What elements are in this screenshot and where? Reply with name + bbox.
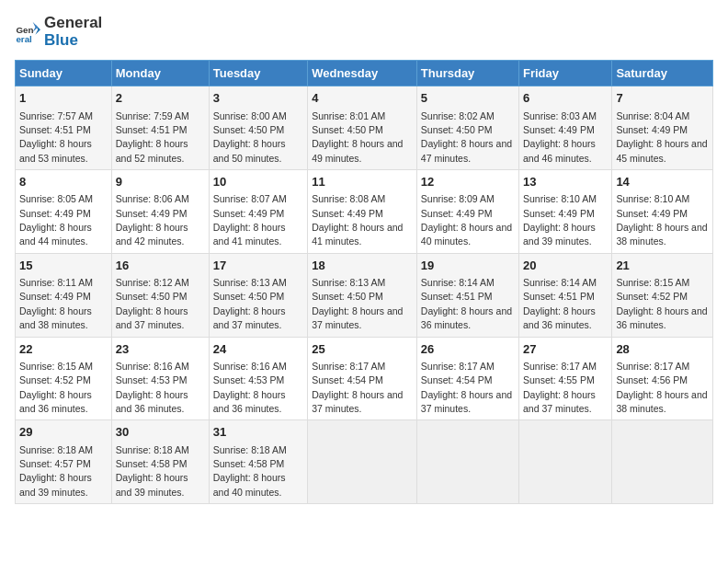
day-sunset: Sunset: 4:49 PM — [312, 208, 383, 219]
day-number: 19 — [421, 258, 515, 274]
day-sunset: Sunset: 4:49 PM — [616, 208, 688, 219]
day-sunrise: Sunrise: 8:15 AM — [19, 361, 93, 372]
calendar-cell: 4Sunrise: 8:01 AMSunset: 4:50 PMDaylight… — [308, 86, 417, 170]
calendar-cell: 17Sunrise: 8:13 AMSunset: 4:50 PMDayligh… — [209, 253, 307, 337]
day-sunset: Sunset: 4:58 PM — [213, 458, 285, 469]
day-daylight: Daylight: 8 hours and 46 minutes. — [523, 138, 596, 163]
day-daylight: Daylight: 8 hours and 42 minutes. — [116, 222, 188, 247]
day-number: 20 — [523, 258, 608, 274]
day-daylight: Daylight: 8 hours and 37 minutes. — [312, 389, 403, 414]
calendar-table: SundayMondayTuesdayWednesdayThursdayFrid… — [15, 60, 713, 504]
day-daylight: Daylight: 8 hours and 50 minutes. — [213, 138, 286, 163]
col-header-friday: Friday — [519, 61, 612, 86]
calendar-cell: 30Sunrise: 8:18 AMSunset: 4:58 PMDayligh… — [111, 420, 209, 504]
calendar-cell: 9Sunrise: 8:06 AMSunset: 4:49 PMDaylight… — [111, 170, 209, 254]
day-number: 10 — [213, 174, 303, 190]
day-daylight: Daylight: 8 hours and 45 minutes. — [616, 138, 707, 163]
day-daylight: Daylight: 8 hours and 39 minutes. — [19, 472, 92, 497]
day-number: 24 — [213, 341, 303, 358]
day-sunset: Sunset: 4:49 PM — [19, 291, 91, 302]
day-daylight: Daylight: 8 hours and 38 minutes. — [616, 222, 707, 247]
day-number: 16 — [116, 258, 205, 274]
svg-text:eral: eral — [16, 34, 32, 44]
day-sunset: Sunset: 4:50 PM — [213, 124, 285, 135]
day-number: 6 — [523, 90, 608, 107]
day-number: 9 — [116, 174, 205, 190]
calendar-cell: 31Sunrise: 8:18 AMSunset: 4:58 PMDayligh… — [209, 420, 307, 504]
day-daylight: Daylight: 8 hours and 36 minutes. — [616, 305, 707, 330]
day-sunset: Sunset: 4:49 PM — [19, 208, 91, 219]
day-sunset: Sunset: 4:50 PM — [312, 291, 383, 302]
calendar-cell: 7Sunrise: 8:04 AMSunset: 4:49 PMDaylight… — [612, 86, 713, 170]
col-header-wednesday: Wednesday — [308, 61, 417, 86]
calendar-week-3: 15Sunrise: 8:11 AMSunset: 4:49 PMDayligh… — [16, 253, 713, 337]
day-number: 12 — [421, 174, 515, 190]
day-sunset: Sunset: 4:52 PM — [616, 291, 688, 302]
calendar-cell: 18Sunrise: 8:13 AMSunset: 4:50 PMDayligh… — [308, 253, 417, 337]
calendar-cell: 13Sunrise: 8:10 AMSunset: 4:49 PMDayligh… — [519, 170, 612, 254]
day-sunset: Sunset: 4:54 PM — [312, 374, 383, 385]
day-sunrise: Sunrise: 8:01 AM — [312, 110, 385, 121]
calendar-cell: 22Sunrise: 8:15 AMSunset: 4:52 PMDayligh… — [16, 337, 112, 420]
day-sunrise: Sunrise: 8:18 AM — [213, 444, 287, 455]
day-sunrise: Sunrise: 8:11 AM — [19, 277, 93, 288]
day-daylight: Daylight: 8 hours and 37 minutes. — [116, 305, 188, 330]
calendar-cell: 5Sunrise: 8:02 AMSunset: 4:50 PMDaylight… — [416, 86, 518, 170]
day-daylight: Daylight: 8 hours and 36 minutes. — [421, 305, 512, 330]
day-sunrise: Sunrise: 8:17 AM — [523, 361, 597, 372]
day-daylight: Daylight: 8 hours and 36 minutes. — [116, 389, 188, 414]
calendar-cell — [416, 420, 518, 504]
day-sunset: Sunset: 4:56 PM — [616, 374, 688, 385]
calendar-cell: 3Sunrise: 8:00 AMSunset: 4:50 PMDaylight… — [209, 86, 307, 170]
day-daylight: Daylight: 8 hours and 47 minutes. — [421, 138, 512, 163]
col-header-sunday: Sunday — [16, 61, 112, 86]
day-sunrise: Sunrise: 8:18 AM — [116, 444, 189, 455]
day-sunrise: Sunrise: 8:12 AM — [116, 277, 189, 288]
day-daylight: Daylight: 8 hours and 37 minutes. — [312, 305, 403, 330]
day-sunrise: Sunrise: 8:17 AM — [616, 361, 689, 372]
calendar-cell: 28Sunrise: 8:17 AMSunset: 4:56 PMDayligh… — [612, 337, 713, 420]
day-number: 13 — [523, 174, 608, 190]
logo-general: General — [44, 14, 102, 31]
day-number: 18 — [312, 258, 413, 274]
day-sunset: Sunset: 4:49 PM — [523, 124, 595, 135]
day-sunrise: Sunrise: 8:05 AM — [19, 193, 93, 204]
day-sunset: Sunset: 4:49 PM — [616, 124, 688, 135]
day-sunrise: Sunrise: 8:09 AM — [421, 193, 495, 204]
day-daylight: Daylight: 8 hours and 37 minutes. — [421, 389, 512, 414]
calendar-cell: 20Sunrise: 8:14 AMSunset: 4:51 PMDayligh… — [519, 253, 612, 337]
calendar-cell: 1Sunrise: 7:57 AMSunset: 4:51 PMDaylight… — [16, 86, 112, 170]
calendar-header: SundayMondayTuesdayWednesdayThursdayFrid… — [16, 61, 713, 86]
day-sunrise: Sunrise: 8:16 AM — [213, 361, 287, 372]
col-header-tuesday: Tuesday — [209, 61, 307, 86]
day-sunrise: Sunrise: 8:14 AM — [421, 277, 495, 288]
day-sunset: Sunset: 4:53 PM — [213, 374, 285, 385]
day-daylight: Daylight: 8 hours and 40 minutes. — [421, 222, 512, 247]
day-sunrise: Sunrise: 8:13 AM — [312, 277, 385, 288]
day-daylight: Daylight: 8 hours and 36 minutes. — [213, 389, 286, 414]
calendar-cell: 19Sunrise: 8:14 AMSunset: 4:51 PMDayligh… — [416, 253, 518, 337]
day-daylight: Daylight: 8 hours and 38 minutes. — [19, 305, 92, 330]
day-sunrise: Sunrise: 8:17 AM — [312, 361, 385, 372]
calendar-cell — [308, 420, 417, 504]
calendar-cell: 16Sunrise: 8:12 AMSunset: 4:50 PMDayligh… — [111, 253, 209, 337]
day-daylight: Daylight: 8 hours and 38 minutes. — [616, 389, 707, 414]
day-sunrise: Sunrise: 7:57 AM — [19, 110, 93, 121]
day-sunrise: Sunrise: 8:17 AM — [421, 361, 495, 372]
calendar-cell: 26Sunrise: 8:17 AMSunset: 4:54 PMDayligh… — [416, 337, 518, 420]
calendar-cell: 23Sunrise: 8:16 AMSunset: 4:53 PMDayligh… — [111, 337, 209, 420]
calendar-cell: 11Sunrise: 8:08 AMSunset: 4:49 PMDayligh… — [308, 170, 417, 254]
col-header-monday: Monday — [111, 61, 209, 86]
calendar-cell — [519, 420, 612, 504]
day-sunset: Sunset: 4:58 PM — [116, 458, 188, 469]
day-number: 3 — [213, 90, 303, 107]
day-sunrise: Sunrise: 8:13 AM — [213, 277, 287, 288]
day-number: 30 — [116, 424, 205, 441]
day-sunset: Sunset: 4:51 PM — [116, 124, 188, 135]
day-sunset: Sunset: 4:51 PM — [523, 291, 595, 302]
day-daylight: Daylight: 8 hours and 41 minutes. — [312, 222, 403, 247]
logo-blue: Blue — [44, 31, 78, 49]
day-sunset: Sunset: 4:55 PM — [523, 374, 595, 385]
day-sunset: Sunset: 4:50 PM — [213, 291, 285, 302]
calendar-week-5: 29Sunrise: 8:18 AMSunset: 4:57 PMDayligh… — [16, 420, 713, 504]
